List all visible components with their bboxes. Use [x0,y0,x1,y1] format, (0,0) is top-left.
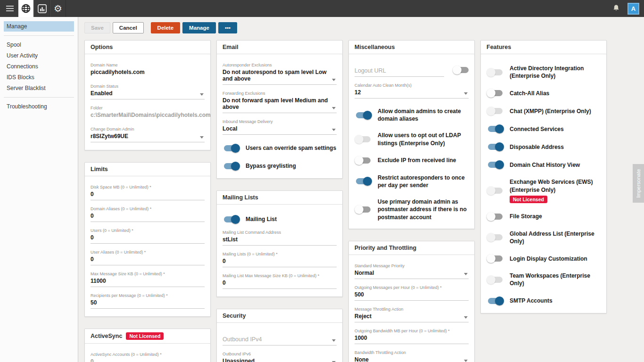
field-label: Outbound IPv6 [223,352,337,356]
logout-url-toggle[interactable] [454,67,469,73]
toggle-knob [363,111,372,120]
globe-tab[interactable] [18,0,34,17]
inbound-message-delivery-select[interactable]: Local [223,124,337,135]
card-header: Email [217,41,342,54]
folder-input: c:\SmarterMail\Domains\piccadilyhotels.c… [91,111,205,121]
forwarding-exclusions-select[interactable]: Do not forward spam level Medium and abo… [223,96,337,113]
toggle-knob [231,144,240,153]
toggle-knob [495,160,504,169]
outbound-ipv4-select[interactable]: Outbound IPv4 [223,335,337,346]
action-toolbar: SaveCancelDeleteManage••• [84,22,644,33]
card-body: Outbound IPv4Outbound IPv6UnassignedTLSU… [217,323,342,362]
sidebar-item-manage[interactable]: Manage [4,21,74,32]
use-primary-domain-admin-as-postmaster-address-i-toggle-row: Use primary domain admin as postmaster a… [355,198,469,221]
recipients-per-message-0-unlimited-input[interactable]: 50 [91,298,205,309]
field-label: Folder [91,106,205,110]
toggle-label: Chat (XMPP) (Enterprise Only) [510,107,591,115]
more-actions-button[interactable]: ••• [218,22,237,33]
toggle-label: Exchange Web Services (EWS) (Enterprise … [510,178,601,193]
bandwidth-throttling-action-select[interactable]: None [355,355,469,362]
users-can-override-spam-settings-toggle[interactable] [224,145,239,151]
manage-button[interactable]: Manage [182,22,216,33]
mailing-list-toggle-row: Mailing List [223,215,337,224]
card-body: Active Directory Integration (Enterprise… [481,54,606,313]
login-display-customization-toggle[interactable] [488,255,503,262]
connected-services-toggle-row: Connected Services [487,124,601,133]
toggle-knob [495,296,504,305]
sidebar-item-troubleshooting[interactable]: Troubleshooting [4,101,74,112]
disk-space-mb-0-unlimited-input[interactable]: 0 [91,190,205,200]
field-label: Users (0 = Unlimited) * [91,228,205,233]
toggle-knob [355,156,363,165]
card-title: Options [91,44,113,50]
outbound-ipv6-select[interactable]: Unassigned [223,357,337,362]
connected-services-toggle[interactable] [488,126,503,132]
logout-url-input[interactable]: Logout URL [355,66,444,77]
standard-message-priority-field: Standard Message PriorityNormal [355,263,469,279]
exchange-web-services-ews-enterprise-only-toggle-row: Exchange Web Services (EWS) (Enterprise … [487,178,601,203]
inbound-message-delivery-field: Inbound Message DeliveryLocal [223,119,337,135]
catch-all-alias-toggle[interactable] [488,90,503,96]
users-0-unlimited-field: Users (0 = Unlimited) *0 [91,228,205,244]
exclude-ip-from-received-line-toggle[interactable] [356,157,371,164]
standard-message-priority-select[interactable]: Normal [355,269,469,279]
card-header: Priority and Throttling [349,241,474,255]
impersonate-tab[interactable]: Impersonate [633,164,644,203]
bypass-greylisting-toggle[interactable] [224,163,239,169]
domain-aliases-0-unlimited-input[interactable]: 0 [91,212,205,222]
message-throttling-action-select[interactable]: Reject [355,312,469,322]
hamburger-menu-icon[interactable] [4,0,17,17]
field-label: Standard Message Priority [355,263,469,268]
toggle-label: SMTP Accounts [510,297,553,304]
toggle-label: Global Address List (Enterprise Only) [510,230,601,245]
field-label: Autoresponder Exclusions [223,63,337,67]
avatar[interactable]: A [627,3,639,15]
field-label: Recipients per Message (0 = Unlimited) * [91,293,205,298]
restrict-autoresponders-to-once-per-day-per-send-toggle[interactable] [356,178,371,184]
change-domain-admin-select[interactable]: r8SIZytw69UE [91,132,205,142]
sidebar-item-connections[interactable]: Connections [4,61,74,72]
autoresponder-exclusions-select[interactable]: Do not autorespond to spam level Low and… [223,68,337,85]
calendar-auto-clean-month-s-select[interactable]: 12 [355,88,469,99]
card-title: Priority and Throttling [355,245,416,251]
chat-xmpp-enterprise-only-toggle [488,108,503,114]
domain-status-select[interactable]: Enabled [91,89,205,99]
sidebar-item-server-blacklist[interactable]: Server Blacklist [4,83,74,93]
toggle-label: Login Display Customization [510,255,587,263]
sidebar-item-spool[interactable]: Spool [4,40,74,50]
user-aliases-0-unlimited-input[interactable]: 0 [91,255,205,265]
toggle-label: File Storage [510,213,542,220]
bar-chart-tab[interactable] [34,0,50,17]
toggle-knob [487,233,495,242]
card-header: Miscellaneous [349,41,474,54]
sidebar: ManageSpoolUser ActivityConnectionsIDS B… [0,17,78,362]
gear-tab[interactable]: ⚙ [50,0,66,17]
mailing-list-max-message-size-kb-0-unlimited-input[interactable]: 0 [223,279,337,289]
column-2: EmailAutoresponder ExclusionsDo not auto… [216,40,343,362]
sidebar-item-user-activity[interactable]: User Activity [4,50,74,61]
file-storage-toggle[interactable] [488,214,503,220]
outgoing-bandwidth-mb-per-hour-0-unlimited-input[interactable]: 1000 [355,334,469,344]
domain-aliases-0-unlimited-field: Domain Aliases (0 = Unlimited) *0 [91,206,205,222]
global-address-list-enterprise-only-toggle-row: Global Address List (Enterprise Only) [487,230,601,245]
toggle-label: Allow users to opt out of LDAP listings … [378,132,469,147]
disposable-address-toggle[interactable] [488,144,503,150]
mailing-list-toggle[interactable] [224,216,239,222]
domain-chat-history-view-toggle[interactable] [488,162,503,168]
toggle-knob [487,89,495,98]
toggle-label: Users can override spam settings [246,144,336,152]
cancel-button[interactable]: Cancel [113,22,144,33]
toggle-knob [487,68,495,77]
mailing-lists-0-unlimited-input[interactable]: 0 [223,257,337,267]
outgoing-messages-per-hour-0-unlimited-input[interactable]: 500 [355,290,469,301]
notifications-bell-icon[interactable] [611,4,621,13]
users-0-unlimited-input[interactable]: 0 [91,233,205,244]
allow-domain-admins-to-create-domain-aliases-toggle[interactable] [356,112,371,118]
sidebar-item-ids-blocks[interactable]: IDS Blocks [4,72,74,82]
mailing-list-command-address-input[interactable]: stList [223,235,337,246]
domain-name-input: piccadilyhotels.com [91,68,205,78]
use-primary-domain-admin-as-postmaster-address-i-toggle[interactable] [356,206,371,213]
max-message-size-kb-0-unlimited-input[interactable]: 11000 [91,277,205,287]
delete-button[interactable]: Delete [151,22,181,33]
smtp-accounts-toggle[interactable] [488,298,503,304]
